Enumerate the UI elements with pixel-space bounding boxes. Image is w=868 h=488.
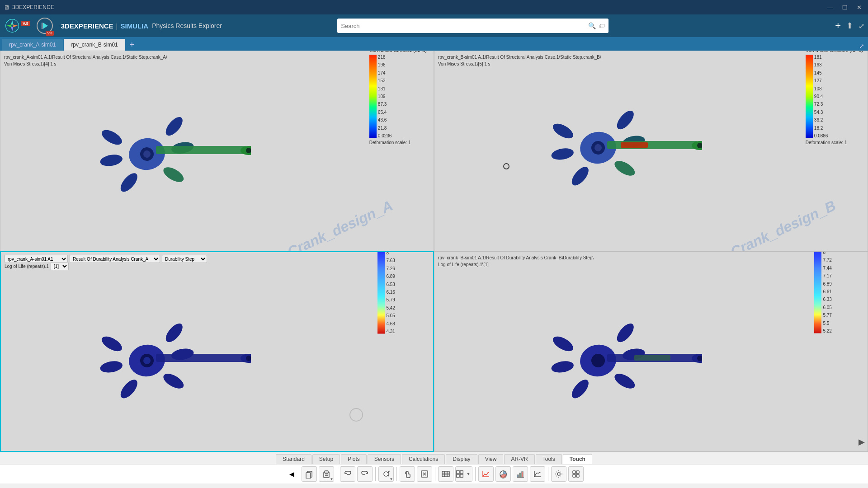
svg-point-62 [384, 472, 388, 476]
tab-rpv-crank-b[interactable]: rpv_crank_B-sim01 [64, 39, 125, 51]
copy-button[interactable] [302, 466, 317, 482]
tab-display[interactable]: Display [446, 454, 477, 464]
chart2-button[interactable] [495, 466, 511, 482]
settings1-button[interactable] [551, 466, 566, 482]
tab-tools[interactable]: Tools [536, 454, 562, 464]
hand-tool-button[interactable] [400, 466, 415, 482]
svg-marker-4 [12, 24, 18, 27]
search-container[interactable]: 🔍 🏷 [337, 19, 609, 33]
add-tab-button[interactable]: + [126, 39, 138, 51]
svg-rect-83 [573, 471, 576, 474]
chart4-icon [533, 469, 542, 479]
chart2-icon [499, 469, 508, 479]
chart3-button[interactable] [513, 466, 528, 482]
svg-rect-80 [522, 472, 523, 477]
copy-icon [305, 469, 314, 479]
svg-marker-5 [43, 23, 48, 29]
separator-5 [475, 467, 476, 481]
svg-point-37 [161, 371, 186, 392]
tab-touch[interactable]: Touch [563, 454, 592, 464]
brand-label: 3DEXPERIENCE [61, 22, 113, 30]
tab-plots[interactable]: Plots [341, 454, 367, 464]
layout-arrow: ▼ [464, 472, 472, 476]
rotate-button[interactable]: ▼ [378, 466, 394, 482]
svg-point-48 [551, 360, 575, 374]
tab-sensors[interactable]: Sensors [368, 454, 401, 464]
tag-icon[interactable]: 🏷 [599, 22, 605, 29]
settings2-button[interactable] [568, 466, 584, 482]
restore-button[interactable]: ❐ [840, 4, 850, 11]
crank-model-a-structural [79, 95, 251, 213]
version-badge: V.8 [21, 21, 30, 26]
legend-top-left-values: 218196174153 13110987.365.4 43.621.80.02… [378, 55, 392, 138]
table-icon [441, 469, 450, 479]
svg-point-49 [612, 371, 637, 392]
tab-view[interactable]: View [478, 454, 504, 464]
collapse-arrow-button[interactable]: ▶ [859, 437, 865, 447]
tab-rpv-crank-a[interactable]: rpv_crank_A-sim01 [2, 39, 63, 51]
model-bottom-left[interactable] [79, 304, 251, 419]
paste-button[interactable]: ▼ [319, 466, 334, 482]
titlebar: 🖥 3DEXPERIENCE — ❐ ✕ [0, 0, 868, 14]
step-select-bottom-left[interactable]: Durability Step. [162, 255, 207, 263]
model-top-right[interactable] [530, 91, 702, 211]
redo-button[interactable] [357, 466, 373, 482]
player-control[interactable]: V.8 [37, 18, 53, 34]
table-button[interactable] [438, 466, 453, 482]
toolbar-tabs: Standard Setup Plots Sensors Calculation… [276, 452, 592, 464]
log-label: Log of Life (repeats).1 [5, 264, 49, 269]
share-button[interactable]: ⬆ [846, 21, 853, 31]
maximize-viewport-button[interactable]: ⤢ [859, 42, 864, 50]
svg-marker-3 [6, 24, 12, 27]
tabs-bar: rpv_crank_A-sim01 rpv_crank_B-sim01 + ⤢ [0, 37, 868, 51]
add-button[interactable]: + [835, 20, 841, 32]
compass-logo-icon [5, 19, 19, 33]
expand-left-button[interactable]: ◀ [284, 466, 300, 482]
search-input[interactable] [341, 23, 588, 29]
expand-button[interactable]: ⤢ [859, 22, 864, 30]
fit-button[interactable] [417, 466, 432, 482]
legend-bottom-right: Log of Life (repeats).1 87.727.447.17 6.… [814, 251, 863, 333]
svg-point-33 [163, 321, 186, 345]
model-bottom-right[interactable] [530, 304, 702, 419]
svg-point-13 [118, 170, 141, 195]
repeat-select[interactable]: [1] [51, 262, 69, 270]
close-button[interactable]: ✕ [854, 4, 864, 11]
svg-rect-59 [325, 471, 328, 473]
model-top-left[interactable] [79, 95, 251, 215]
svg-rect-85 [573, 474, 576, 477]
panel-top-right: rpv_crank_B-sim01 A.1\Result Of Structur… [434, 51, 868, 251]
analysis-select-bottom-left[interactable]: Result Of Durability Analysis Crank_A [70, 255, 160, 263]
svg-point-34 [99, 333, 124, 354]
chart1-button[interactable] [478, 466, 494, 482]
tab-standard[interactable]: Standard [276, 454, 311, 464]
play-icon [40, 21, 50, 31]
search-icon[interactable]: 🔍 [588, 22, 596, 29]
svg-point-23 [551, 147, 575, 161]
svg-rect-71 [456, 471, 459, 474]
svg-point-82 [557, 473, 560, 475]
legend-bottom-left-values: 87.637.266.89 6.536.165.795.42 5.054.684… [386, 251, 395, 334]
minimize-button[interactable]: — [825, 4, 836, 11]
layout-icon [456, 470, 464, 478]
chart4-button[interactable] [530, 466, 545, 482]
toolbar-buttons: ◀ ▼ [0, 464, 868, 483]
redo-icon [360, 469, 369, 479]
svg-point-8 [163, 114, 186, 139]
undo-icon [343, 469, 352, 479]
watermark-top-right: Crank_design_B [728, 197, 839, 251]
svg-point-20 [614, 108, 637, 132]
product-name-label: Physics Results Explorer [152, 22, 222, 29]
svg-rect-41 [156, 354, 246, 362]
svg-point-9 [99, 127, 124, 148]
chart1-icon [481, 469, 491, 479]
layout-dropdown[interactable]: ▼ [455, 466, 473, 482]
svg-rect-66 [442, 471, 449, 477]
tab-calculations[interactable]: Calculations [402, 454, 445, 464]
svg-point-36 [99, 360, 123, 374]
header-actions: + ⬆ ⤢ [835, 20, 864, 32]
svg-rect-74 [460, 474, 462, 477]
tab-ar-vr[interactable]: AR-VR [504, 454, 534, 464]
undo-button[interactable] [340, 466, 355, 482]
tab-setup[interactable]: Setup [312, 454, 340, 464]
